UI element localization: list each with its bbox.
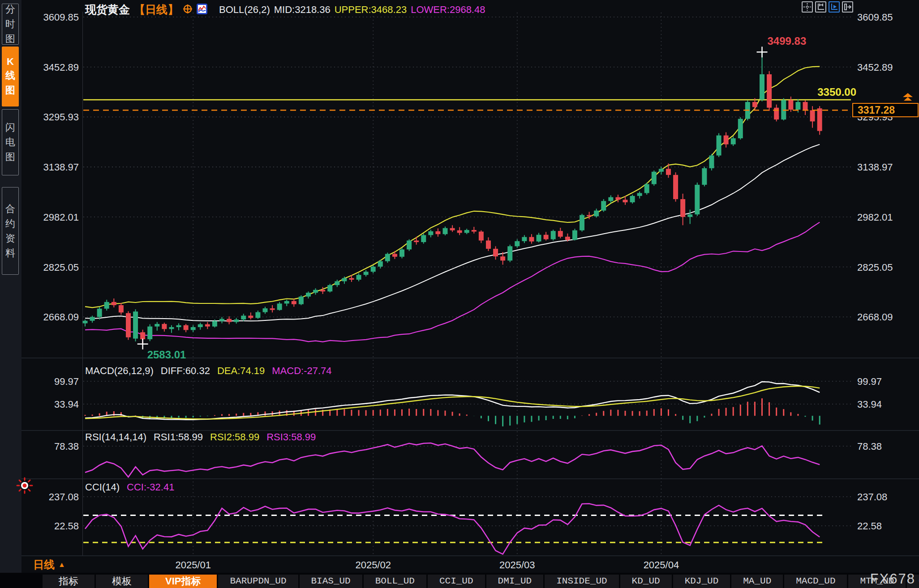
price-axis-tick: 3609.85 [857,12,893,23]
price-axis-tick: 3452.89 [857,62,893,73]
rsi-label-row: RSI(14,14,14) RSI1:58.99 RSI2:58.99 RSI3… [85,431,316,443]
macd-axis-tick: 33.94 [857,399,882,410]
price-axis-tick: 2825.05 [43,262,79,273]
current-price-box[interactable]: 3317.28 [852,103,919,117]
sidebar-item-time-share-chart[interactable]: 分时图 [2,4,19,45]
cci-axis-tick: 237.08 [857,491,887,503]
level-line-label: 3350.00 [817,86,856,98]
indicator-chart-icon[interactable] [197,4,207,16]
sidebar-item-lightning-chart[interactable]: 闪电图 [2,109,19,175]
high-price-annotation: 3499.83 [768,35,807,47]
hot-indicator-icon[interactable] [16,477,33,496]
macd-diff-value: DIFF:60.32 [161,365,210,377]
watermark: FX678 [870,571,915,587]
price-axis-tick: 2825.05 [857,262,893,273]
macd-dea-value: DEA:74.19 [217,365,265,377]
bottom-tab-BARUPDN_UD[interactable]: BARUPDN_UD [218,575,298,588]
period-arrow-icon: ▲ [58,561,65,569]
cci-axis-tick: 22.58 [857,520,882,532]
boll-lower-value: LOWER:2968.48 [411,4,485,16]
bottom-tab-KD_UD[interactable]: KD_UD [620,575,672,588]
cci-line [85,504,820,554]
x-axis-month-label: 2025/01 [175,559,211,571]
bottom-tab-VIP[interactable]: VIP指标 [149,575,217,588]
price-axis-tick: 3138.97 [857,162,893,173]
indicator-tab-bar: 指标模板VIP指标BARUPDN_UDBIAS_UDBOLL_UDCCI_UDD… [0,573,919,588]
dock-right-button[interactable] [842,1,853,13]
price-axis-tick: 3138.97 [43,162,79,173]
macd-axis-tick: 99.97 [54,376,79,387]
macd-name: MACD(26,12,9) [85,365,154,377]
axis-scale-button[interactable] [815,1,826,13]
macd-axis-tick: 99.97 [857,376,882,387]
boll-mid-value: MID:3218.36 [274,4,331,16]
indicator-layer [83,382,824,554]
sidebar: 分时图K线图闪电图合约资料 [0,0,21,588]
period-tag[interactable]: 【日线】 [134,2,179,17]
trading-app-window: { "header": { "symbol": "现货黄金", "period_… [0,0,919,588]
bottom-tab-DMI_UD[interactable]: DMI_UD [486,575,544,588]
rsi-name: RSI(14,14,14) [85,431,146,443]
cci-label-row: CCI(14) CCI:-32.41 [85,481,174,493]
candles-layer[interactable] [83,52,851,344]
sidebar-item-kline-chart[interactable]: K线图 [2,47,19,107]
price-axis-tick: 2668.09 [43,311,79,323]
chart-header: 现货黄金 【日线】 BOLL(26,2) MID:3218.36 UPPER:3… [85,2,485,17]
x-axis-month-label: 2025/04 [644,559,679,571]
price-axis-tick: 3609.85 [43,12,79,23]
price-axis-tick: 3295.93 [43,111,79,123]
boll-upper-line [85,67,820,308]
bottom-tab-BIAS_UD[interactable]: BIAS_UD [300,575,362,588]
bottom-tab-MA_UD[interactable]: MA_UD [731,575,783,588]
rsi-line [85,443,820,477]
x-axis-month-label: 2025/03 [499,559,535,571]
bottom-tab-INSIDE_UD[interactable]: INSIDE_UD [545,575,618,588]
grid-layer [21,12,919,556]
sidebar-item-contract-info[interactable]: 合约资料 [2,187,19,275]
price-axis-tick: 3452.89 [43,62,79,73]
cci-axis-tick: 22.58 [54,520,79,532]
cci-name: CCI(14) [85,481,120,493]
rsi-axis-tick: 78.38 [857,441,882,452]
macd-value: MACD:-27.74 [272,365,331,377]
rsi1-value: RSI1:58.99 [154,431,203,443]
chart-canvas[interactable]: 3609.853609.853452.893452.893295.933295.… [0,0,919,588]
price-up-arrow-icon [901,93,915,105]
crosshair-tool-button[interactable] [802,1,813,13]
rsi-axis-tick: 78.38 [54,441,79,452]
bottom-tab-KDJ_UD[interactable]: KDJ_UD [673,575,730,588]
period-label: 日线 [33,558,55,572]
bottom-tab-more[interactable]: 模板 [96,575,148,588]
boll-upper-value: UPPER:3468.23 [335,4,407,16]
boll-lower-line [85,222,820,342]
cci-value: CCI:-32.41 [127,481,174,493]
price-axis-tick: 2982.01 [857,212,893,223]
bottom-tab-MACD_UD[interactable]: MACD_UD [784,575,847,588]
bottom-tab-CCI_UD[interactable]: CCI_UD [428,575,485,588]
price-axis-tick: 2668.09 [857,311,893,323]
period-selector[interactable]: 日线 ▲ [33,558,65,572]
cci-axis-tick: 237.08 [49,491,79,503]
chart-toolbar [802,1,853,13]
bottom-tab-BOLL_UD[interactable]: BOLL_UD [364,575,426,588]
boll-mid-line [85,145,820,321]
boll-label: BOLL(26,2) [219,4,270,16]
target-icon[interactable] [183,4,193,16]
bottom-tab-more[interactable]: 指标 [43,575,94,588]
low-price-annotation: 2583.01 [147,349,186,361]
price-axis-tick: 2982.01 [43,212,79,223]
rsi3-value: RSI3:58.99 [266,431,316,443]
x-axis-month-label: 2025/02 [355,559,391,571]
macd-axis-tick: 33.94 [54,399,79,410]
macd-label-row: MACD(26,12,9) DIFF:60.32 DEA:74.19 MACD:… [85,365,332,377]
auto-scroll-button[interactable] [829,1,840,13]
rsi2-value: RSI2:58.99 [210,431,259,443]
symbol-title: 现货黄金 [85,2,130,17]
